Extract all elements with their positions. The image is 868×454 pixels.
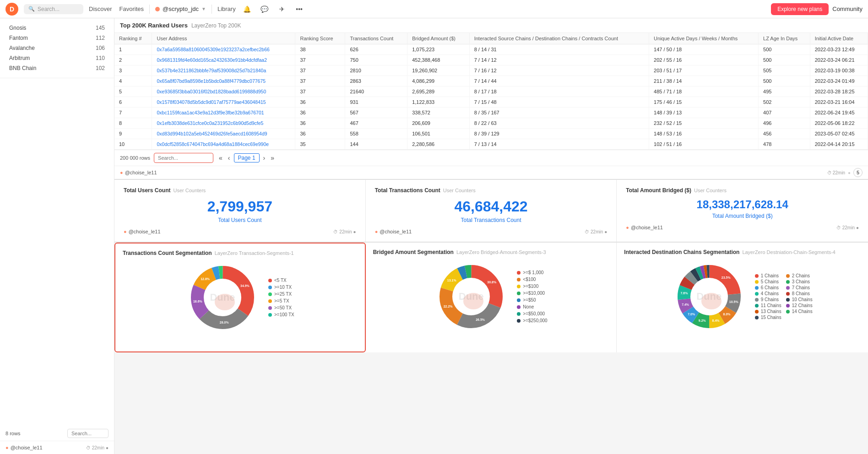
- svg-text:12.8%: 12.8%: [201, 277, 210, 281]
- metric-card-bridge: Total Amount Bridged ($) User Counters 1…: [617, 180, 868, 242]
- nav-divider-1: [149, 5, 150, 14]
- cell-tx-count: 21640: [345, 86, 407, 97]
- cell-score: 37: [295, 86, 345, 97]
- table-search-input[interactable]: [154, 153, 213, 163]
- col-age: LZ Age In Days: [759, 33, 810, 44]
- main-layout: Gnosis 145 Fantom 112 Avalanche 106 Arbi…: [0, 18, 868, 454]
- chain-item-gnosis[interactable]: Gnosis 145: [5, 23, 108, 33]
- table-row: 2 0x9681319fd4e60dd165ca2432630e91bb4dcf…: [114, 55, 868, 65]
- chain-item-fantom[interactable]: Fantom 112: [5, 33, 108, 43]
- search-placeholder: Search...: [38, 6, 60, 12]
- cell-date: 2022-03-21 16:04: [810, 97, 868, 108]
- chart-body-2: 23.5%10.5%8.0%8.4%9.2%7.0%7.4%7.6% Dune …: [624, 260, 861, 333]
- cell-tx-count: 931: [345, 97, 407, 108]
- chevron-down-icon: ▼: [201, 6, 206, 11]
- table-body: 1 0x7a6a59588a81060045309e1923237a2cefbe…: [114, 44, 868, 150]
- legend-dot: [786, 292, 790, 296]
- sidebar-rows-bar: 8 rows: [0, 426, 114, 441]
- chart-subtitle-0: LayerZero Transaction-Segments-1: [215, 250, 294, 256]
- cell-active: 203 / 51 / 17: [649, 65, 759, 76]
- sidebar-rows-count: 8 rows: [5, 431, 20, 436]
- cell-date: 2022-04-14 20:15: [810, 139, 868, 150]
- cell-age: 500: [759, 55, 810, 65]
- cell-bridged: 452,388,468: [407, 55, 470, 65]
- cell-tx-count: 467: [345, 118, 407, 129]
- cell-rank: 5: [114, 86, 152, 97]
- cell-tx-count: 567: [345, 108, 407, 118]
- metric-desc-0: Total Users Count: [124, 217, 356, 223]
- message-icon[interactable]: 💬: [259, 3, 271, 15]
- cell-chains: 7 / 14 / 12: [469, 55, 649, 65]
- legend-item: >=25 TX: [268, 292, 294, 297]
- table-footer: 200 000 rows « ‹ Page 1 › »: [114, 150, 868, 166]
- cell-address: 0x7a6a59588a81060045309e1923237a2cefbec2…: [152, 44, 295, 55]
- community-button[interactable]: Community: [832, 5, 863, 12]
- cell-rank: 1: [114, 44, 152, 55]
- sidebar-search-input[interactable]: [67, 429, 108, 438]
- legend-dot: [755, 274, 759, 278]
- legend-item: 6 Chains: [755, 285, 781, 290]
- last-page-button[interactable]: »: [269, 153, 276, 162]
- clock-icon-m1: ⏱: [585, 229, 589, 234]
- legend-item: >=$250,000: [517, 318, 547, 323]
- user-menu[interactable]: @scrypto_jdc ▼: [155, 5, 206, 12]
- chart-card-1: Bridged Amount Segmentation LayerZero Br…: [366, 243, 617, 352]
- next-page-button[interactable]: ›: [261, 153, 267, 162]
- bell-icon[interactable]: 🔔: [241, 3, 253, 15]
- metric-desc-1: Total Transactions Count: [375, 217, 608, 223]
- cell-active: 102 / 51 / 16: [649, 139, 759, 150]
- col-score: Ranking Score: [295, 33, 345, 44]
- svg-text:13.1%: 13.1%: [447, 279, 457, 282]
- cell-address: 0xe93685f3bba03016f02bd1828badd6199888d9…: [152, 86, 295, 97]
- table-title: Top 200K Ranked Users: [120, 22, 188, 29]
- metric-value-1: 46,684,422: [375, 198, 608, 215]
- cell-date: 2022-03-24 01:49: [810, 76, 868, 86]
- table-row: 5 0xe93685f3bba03016f02bd1828badd6199888…: [114, 86, 868, 97]
- chart-legend-0: <5 TX >=10 TX >=25 TX >=5 TX >=50 TX >=1…: [268, 278, 294, 317]
- col-tx-count: Transactions Count: [345, 33, 407, 44]
- rows-count: 200 000 rows: [120, 155, 150, 161]
- cell-score: 37: [295, 65, 345, 76]
- data-table-container: Ranking # User Address Ranking Score Tra…: [114, 33, 868, 150]
- svg-text:7.6%: 7.6%: [680, 292, 688, 295]
- prev-page-button[interactable]: ‹: [226, 153, 232, 162]
- metric-card-tx: Total Transactions Count User Counters 4…: [366, 180, 617, 242]
- page-1-link[interactable]: Page 1: [234, 153, 260, 162]
- first-page-button[interactable]: «: [217, 153, 224, 162]
- nav-favorites[interactable]: Favorites: [119, 5, 144, 12]
- metric-title-2: Total Amount Bridged ($): [626, 187, 691, 194]
- global-search-bar[interactable]: 🔍 Search...: [24, 4, 83, 14]
- svg-point-12: [215, 294, 235, 310]
- legend-dot: [755, 316, 759, 319]
- legend-item: >=$100: [517, 284, 547, 289]
- table-row: 9 0xd83d994b102a5eb452469d26fe5aecd16089…: [114, 129, 868, 139]
- cell-bridged: 206,609: [407, 118, 470, 129]
- cell-bridged: 2,695,289: [407, 86, 470, 97]
- legend-item: 14 Chains: [786, 309, 813, 314]
- legend-dot: [268, 279, 272, 282]
- legend-item: 12 Chains: [786, 303, 813, 308]
- clock-icon-m2: ⏱: [836, 225, 841, 230]
- legend-dot: [755, 310, 759, 313]
- cell-active: 175 / 46 / 15: [649, 97, 759, 108]
- more-icon[interactable]: •••: [293, 3, 305, 15]
- chain-item-avalanche[interactable]: Avalanche 106: [5, 43, 108, 53]
- chain-item-bnb[interactable]: BNB Chain 102: [5, 63, 108, 73]
- explore-plans-button[interactable]: Explore new plans: [771, 3, 829, 15]
- donut-chart-1: 30.8%26.5%22.2%13.1% Dune: [434, 260, 508, 333]
- legend-item: 11 Chains: [755, 303, 781, 308]
- table-subtitle: LayerZero Top 200K: [191, 22, 241, 29]
- metrics-section: Total Users Count User Counters 2,799,95…: [114, 180, 868, 243]
- table-section: Top 200K Ranked Users LayerZero Top 200K…: [114, 18, 868, 180]
- chart-legend-2: 1 Chains 2 Chains 5 Chains 3 Chains 6 Ch…: [755, 273, 813, 320]
- cell-address: 0x537b4e3211862bbbfe79af539008d25d7b2184…: [152, 65, 295, 76]
- metric-value-2: 18,338,217,628.14: [626, 198, 859, 211]
- legend-item: 15 Chains: [755, 315, 781, 320]
- nav-discover[interactable]: Discover: [89, 5, 112, 12]
- legend-dot: [755, 292, 759, 296]
- share-icon[interactable]: ✈: [276, 3, 288, 15]
- library-link[interactable]: Library: [217, 5, 236, 12]
- sidebar-time: ⏱ 22min ●: [86, 445, 108, 450]
- svg-text:10.5%: 10.5%: [729, 300, 738, 303]
- chain-item-arbitrum[interactable]: Arbitrum 110: [5, 53, 108, 63]
